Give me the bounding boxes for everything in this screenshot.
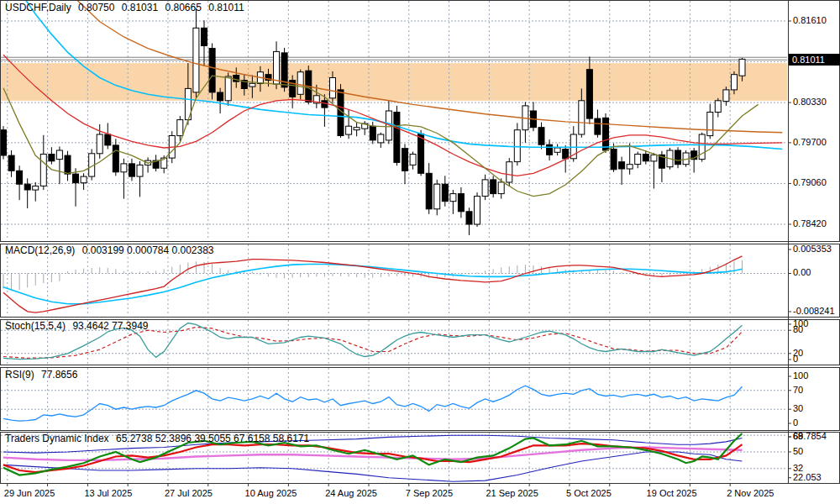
x-axis: 29 Jun 202513 Jul 202527 Jul 202510 Aug … xyxy=(4,484,774,498)
svg-text:0.80330: 0.80330 xyxy=(793,97,827,107)
svg-text:70: 70 xyxy=(793,385,803,395)
svg-text:13 Jul 2025: 13 Jul 2025 xyxy=(84,488,132,498)
svg-text:0.79700: 0.79700 xyxy=(793,137,827,147)
price-panel xyxy=(1,0,788,240)
svg-text:0.81610: 0.81610 xyxy=(793,15,827,25)
svg-text:7 Sep 2025: 7 Sep 2025 xyxy=(406,488,453,498)
rsi-values: 77.8656 xyxy=(41,369,77,381)
open-value: 0.80750 xyxy=(78,2,114,13)
svg-text:0.79060: 0.79060 xyxy=(793,177,827,187)
y-axis: 0.816100.809700.803300.797000.790600.784… xyxy=(788,15,835,482)
svg-text:100: 100 xyxy=(793,370,808,381)
svg-text:80: 80 xyxy=(793,324,803,334)
svg-text:50: 50 xyxy=(793,446,803,456)
svg-text:0.78420: 0.78420 xyxy=(793,218,827,228)
high-value: 0.81031 xyxy=(122,2,158,13)
main-chart-header: USDCHF,Daily 0.80750 0.81031 0.80665 0.8… xyxy=(5,2,249,13)
tdi-values: 65.2738 52.3896 39.5055 67.6158 58.6171 xyxy=(116,433,309,444)
stoch-values: 93.4642 77.3949 xyxy=(72,320,148,332)
rsi-header: RSI(9) 77.8656 xyxy=(5,369,81,381)
rsi-label: RSI(9) xyxy=(5,369,34,381)
svg-text:0.005353: 0.005353 xyxy=(793,244,832,254)
macd-values: 0.003199 0.000784 0.002383 xyxy=(82,244,214,256)
low-value: 0.80665 xyxy=(165,2,202,13)
svg-text:68: 68 xyxy=(793,431,803,441)
svg-text:19 Oct 2025: 19 Oct 2025 xyxy=(647,488,697,498)
svg-text:21 Sep 2025: 21 Sep 2025 xyxy=(486,488,538,498)
svg-text:24 Aug 2025: 24 Aug 2025 xyxy=(325,488,377,498)
macd-label: MACD(12,26,9) xyxy=(5,244,75,256)
svg-text:22.053: 22.053 xyxy=(793,472,822,482)
svg-text:0.00: 0.00 xyxy=(793,267,811,277)
symbol-period-label: USDCHF,Daily xyxy=(5,2,71,13)
svg-text:-0.008241: -0.008241 xyxy=(793,306,835,316)
svg-text:27 Jul 2025: 27 Jul 2025 xyxy=(165,488,213,498)
tdi-header: Traders Dynamic Index 65.2738 52.3896 39… xyxy=(5,433,313,444)
svg-text:2 Nov 2025: 2 Nov 2025 xyxy=(727,488,774,498)
close-value: 0.81011 xyxy=(208,2,244,13)
macd-header: MACD(12,26,9) 0.003199 0.000784 0.002383 xyxy=(5,244,218,256)
svg-text:0: 0 xyxy=(793,417,798,428)
svg-text:5 Oct 2025: 5 Oct 2025 xyxy=(566,488,612,498)
stoch-header: Stoch(15,5,4) 93.4642 77.3949 xyxy=(5,320,152,332)
svg-text:30: 30 xyxy=(793,403,803,413)
rsi-panel xyxy=(1,368,787,429)
tdi-label: Traders Dynamic Index xyxy=(5,433,109,444)
svg-text:0: 0 xyxy=(793,354,798,364)
trading-chart: 0.816100.809700.803300.797000.790600.784… xyxy=(0,0,840,504)
current-price-tag: 0.81011 xyxy=(789,54,840,66)
stoch-label: Stoch(15,5,4) xyxy=(5,320,66,332)
svg-text:29 Jun 2025: 29 Jun 2025 xyxy=(4,488,55,498)
svg-text:10 Aug 2025: 10 Aug 2025 xyxy=(245,488,297,498)
